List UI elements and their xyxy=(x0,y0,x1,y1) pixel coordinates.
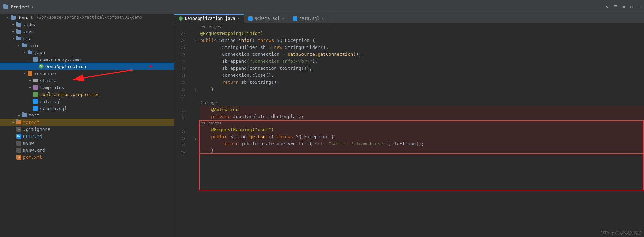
sidebar-item-java[interactable]: ▾ java xyxy=(0,49,174,56)
sidebar-item-demo-application[interactable]: ▶ S DemoApplication xyxy=(0,63,174,70)
editor-area: DemoApplication.java ✕ schema.sql ✕ data… xyxy=(174,14,644,237)
line-num-32: 32 xyxy=(174,79,188,86)
tree-item-label: demo xyxy=(17,15,28,20)
code-line-34 xyxy=(200,92,644,99)
gitignore-icon: G xyxy=(16,126,22,132)
spring-icon: S xyxy=(38,64,44,69)
tree-item-label: pom.xml xyxy=(23,155,42,160)
code-line-25: @RequestMapping("info") xyxy=(200,30,644,37)
sidebar-item-application-properties[interactable]: ▶ application.properties xyxy=(0,91,174,98)
sql-file-icon xyxy=(248,16,253,21)
expand-arrow: ▾ xyxy=(17,43,21,47)
md-icon: MD xyxy=(16,133,22,139)
sidebar-item-demo[interactable]: ▾ demo D:\workspace\spring-practical-com… xyxy=(0,14,174,21)
expand-arrow: ▶ xyxy=(17,113,21,117)
sidebar-item-static[interactable]: ▶ static xyxy=(0,77,174,84)
tree-item-label: com.cheney.demo xyxy=(40,57,81,62)
usage-hint-no-usages-36: no usages xyxy=(200,120,644,126)
line-num-33: 33 xyxy=(174,86,188,93)
folder-icon xyxy=(16,22,22,27)
code-line-35: @Autowired xyxy=(200,106,644,113)
sidebar-item-templates[interactable]: ▶ templates xyxy=(0,84,174,91)
tab-label: data.sql xyxy=(299,16,320,21)
tree-item-label: static xyxy=(40,78,56,83)
code-line-33: } xyxy=(200,86,644,92)
tree-item-label: schema.sql xyxy=(40,106,67,111)
sidebar-item-pom-xml[interactable]: ▶ M pom.xml xyxy=(0,154,174,161)
tree-item-label: .gitignore xyxy=(23,127,50,132)
tab-label: DemoApplication.java xyxy=(185,16,235,21)
usage-hint-1-usage: 1 usage xyxy=(200,99,644,106)
project-dropdown[interactable]: ▾ xyxy=(32,5,34,9)
demo-path: D:\workspace\spring-practical-combat\01\… xyxy=(31,15,142,20)
tree-item-label: java xyxy=(34,50,45,55)
line-num-27: 27 xyxy=(174,44,188,51)
folder-icon xyxy=(16,36,22,41)
sql-icon xyxy=(33,105,38,111)
resources-icon xyxy=(27,71,33,76)
project-title[interactable]: Project xyxy=(10,4,30,9)
sidebar-item-src[interactable]: ▾ src xyxy=(0,35,174,42)
folder-icon xyxy=(22,43,27,48)
templates-icon xyxy=(33,84,38,90)
tree-item-label: test xyxy=(29,113,39,118)
folder-icon xyxy=(16,29,22,34)
tree-item-label: HELP.md xyxy=(23,134,42,139)
expand-arrow: ▾ xyxy=(28,57,32,61)
tab-demo-application[interactable]: DemoApplication.java ✕ xyxy=(174,14,244,23)
code-line-32: return sb.toString(); xyxy=(200,79,644,86)
tree-item-label: src xyxy=(23,36,31,41)
sidebar-item-com-cheney-demo[interactable]: ▾ com.cheney.demo xyxy=(0,56,174,63)
tree-item-label: DemoApplication xyxy=(45,64,86,69)
build-icon[interactable]: ⚒ xyxy=(606,4,609,9)
expand-arrow: ▾ xyxy=(22,50,27,54)
sidebar-item-mvn[interactable]: ▶ .mvn xyxy=(0,28,174,35)
gutter: ◇ } ◇ xyxy=(192,23,199,237)
settings-icon[interactable]: ⚙ xyxy=(630,4,633,9)
tab-close-button[interactable]: ✕ xyxy=(322,17,324,21)
sidebar-item-main[interactable]: ▾ main xyxy=(0,42,174,49)
code-line-40: } xyxy=(200,147,644,154)
sidebar-item-mvnw-cmd[interactable]: ▶ mvnw.cmd xyxy=(0,147,174,154)
code-lines: no usages @RequestMapping("info") public… xyxy=(199,23,644,237)
expand-arrow: ▶ xyxy=(11,120,15,124)
expand-arrow: ▶ xyxy=(28,78,32,82)
list-icon[interactable]: ☰ xyxy=(614,4,618,9)
watermark: CSDN @好久不见的流星 xyxy=(600,230,641,236)
folder-icon xyxy=(27,50,33,55)
expand-arrow: ▶ xyxy=(28,85,32,89)
tab-data-sql[interactable]: data.sql ✕ xyxy=(289,14,328,23)
sidebar-item-mvnw[interactable]: ▶ mvnw xyxy=(0,140,174,147)
minimize-icon[interactable]: — xyxy=(638,4,641,9)
tree-item-label: .idea xyxy=(23,22,37,27)
line-num-28: 28 xyxy=(174,51,188,58)
sidebar-item-resources[interactable]: ▾ resources xyxy=(0,70,174,77)
code-line-29: sb.append("Connection Info:</br>"); xyxy=(200,58,644,65)
tab-close-button[interactable]: ✕ xyxy=(282,17,284,21)
sidebar-item-idea[interactable]: ▶ .idea xyxy=(0,21,174,28)
tab-schema-sql[interactable]: schema.sql ✕ xyxy=(244,14,289,23)
sidebar-item-data-sql[interactable]: ▶ data.sql xyxy=(0,98,174,105)
code-line-30: sb.append(connection.toString()); xyxy=(200,65,644,72)
line-num-26: 26 xyxy=(174,37,188,44)
line-numbers: 25 26 27 28 29 30 31 32 33 34 35 36 37 3… xyxy=(174,23,192,237)
tree-item-label: application.properties xyxy=(40,92,100,97)
sidebar-item-schema-sql[interactable]: ▶ schema.sql xyxy=(0,105,174,112)
code-line-28: Connection connection = dataSource.getCo… xyxy=(200,51,644,58)
tabs-bar: DemoApplication.java ✕ schema.sql ✕ data… xyxy=(174,14,644,23)
tree-item-label: mvnw xyxy=(23,141,34,146)
sidebar-item-help-md[interactable]: ▶ MD HELP.md xyxy=(0,133,174,140)
code-line-31: connection.close(); xyxy=(200,72,644,79)
code-line-38: public String getUser() throws SQLExcept… xyxy=(200,133,644,140)
sidebar-item-gitignore[interactable]: ▶ G .gitignore xyxy=(0,126,174,133)
project-folder-icon xyxy=(3,5,8,9)
code-editor[interactable]: 25 26 27 28 29 30 31 32 33 34 35 36 37 3… xyxy=(174,23,644,237)
mvnw-cmd-icon xyxy=(16,147,22,153)
tree-item-label: target xyxy=(23,120,39,125)
sidebar-item-target[interactable]: ▶ target xyxy=(0,119,174,126)
git-icon[interactable]: ⇄ xyxy=(623,4,626,9)
tab-close-button[interactable]: ✕ xyxy=(238,17,240,21)
line-num-40: 40 xyxy=(174,149,188,156)
sidebar-item-test[interactable]: ▶ test xyxy=(0,112,174,119)
sql-icon xyxy=(33,98,38,104)
